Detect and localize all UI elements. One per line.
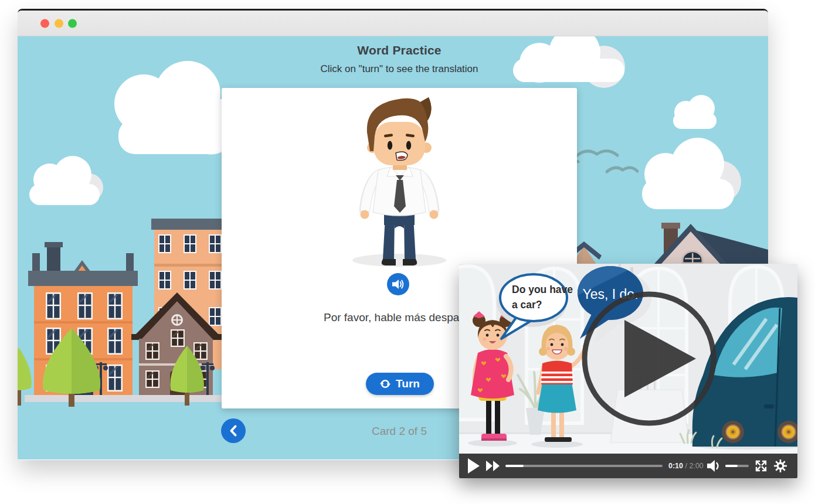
video-progress-bar[interactable]	[505, 465, 663, 467]
flashcard-phrase: Por favor, hable más despa	[324, 311, 459, 324]
video-time: 0:10 / 2:00	[668, 462, 704, 470]
cloud	[673, 95, 716, 129]
time-current: 0:10	[668, 462, 683, 470]
window-titlebar	[18, 11, 768, 36]
card-counter: Card 2 of 5	[341, 425, 458, 438]
turn-button[interactable]: Turn	[366, 373, 434, 395]
chevron-left-icon	[229, 424, 238, 437]
building-right-house	[654, 223, 768, 264]
video-progress-fill	[505, 465, 524, 467]
speaker-audio-icon	[392, 278, 405, 291]
settings-button[interactable]	[773, 459, 787, 473]
cloud	[29, 156, 103, 205]
volume-button[interactable]	[707, 460, 721, 472]
cloud	[642, 138, 741, 209]
turn-button-label: Turn	[396, 377, 420, 390]
video-play-button[interactable]	[468, 458, 480, 474]
speech-bubble-text: Do you have	[512, 284, 573, 295]
speaker-icon	[707, 460, 721, 472]
fast-forward-button[interactable]	[486, 461, 500, 471]
play-icon	[468, 458, 480, 474]
cloud	[114, 61, 237, 155]
video-screen: Do you have a car? Yes, I do.	[459, 264, 797, 454]
page-instruction: Click on "turn" to see the translation	[24, 63, 768, 75]
birds	[571, 151, 637, 172]
video-player-overlay: Do you have a car? Yes, I do.	[459, 264, 797, 478]
close-button[interactable]	[40, 19, 49, 28]
volume-slider[interactable]	[725, 465, 749, 467]
volume-fill	[725, 465, 738, 467]
zoom-button[interactable]	[68, 19, 77, 28]
audio-play-button[interactable]	[387, 273, 409, 295]
fullscreen-icon	[754, 459, 768, 473]
fullscreen-button[interactable]	[754, 459, 768, 473]
time-separator: /	[683, 462, 689, 470]
gear-icon	[773, 459, 787, 473]
previous-card-button[interactable]	[221, 418, 246, 443]
page-title: Word Practice	[24, 43, 768, 57]
speech-bubble-text: a car?	[512, 299, 542, 311]
sync-icon	[380, 379, 390, 389]
play-icon	[579, 288, 719, 429]
fast-forward-icon	[486, 461, 500, 471]
video-big-play-button[interactable]	[579, 288, 719, 429]
minimize-button[interactable]	[55, 19, 63, 28]
man-character-illustration	[335, 94, 464, 270]
time-total: 2:00	[689, 462, 703, 470]
video-controls-bar: 0:10 / 2:00	[459, 454, 797, 478]
car-wheel	[722, 421, 744, 443]
